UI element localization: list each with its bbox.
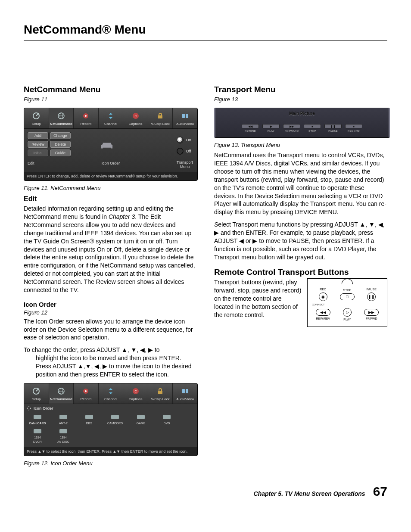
remote-rec: REC ◉ [311, 287, 335, 301]
para-transport-2: Select Transport menu functions by press… [214, 221, 387, 261]
device-dvd: DVD [157, 414, 177, 425]
para-transport-1: NetCommand uses the Transport menu to co… [214, 151, 387, 216]
label-ff: FF/FWD [366, 317, 377, 320]
rew-icon: ◀◀ [316, 309, 330, 316]
device-label: DBS [79, 421, 99, 425]
para-icon-order-steps: To change the order, press ADJUST ▲, ▼, … [24, 346, 197, 379]
device-icon [28, 428, 47, 435]
tab-audiovideo: AudioVideo [173, 108, 197, 128]
device-icon [28, 414, 47, 420]
tab-v-chip-lock: V-Chip Lock [148, 383, 173, 404]
svg-rect-23 [186, 389, 188, 393]
globe-icon [50, 111, 73, 121]
label-pause: PAUSE [367, 287, 377, 291]
footer-chapter: Chapter 5. TV Menu Screen Operations [254, 490, 365, 498]
svg-rect-9 [158, 115, 162, 118]
heading-transport-menu: Transport Menu [214, 84, 387, 95]
device-1394-av-disc: 1394 AV DISC [53, 428, 73, 444]
figure11-tip: Press ENTER to change, add, delete or re… [24, 172, 197, 180]
svg-rect-29 [163, 415, 171, 419]
arrows-icon [27, 406, 31, 411]
pause-icon: ❚❚ [367, 292, 376, 301]
two-column-layout: NetCommand Menu Figure 11 SetupNetComman… [24, 84, 387, 470]
record-icon [75, 111, 97, 121]
remote-top-notch [311, 281, 383, 286]
tab-netcommand: NetCommand [49, 383, 74, 404]
cc-icon: C [124, 111, 147, 121]
device-label: CAMCORD [105, 421, 125, 425]
svg-rect-11 [186, 114, 188, 118]
left-column: NetCommand Menu Figure 11 SetupNetComman… [24, 84, 197, 470]
cc-icon: C [124, 386, 147, 396]
tab-label: NetCommand [50, 397, 73, 402]
transport-pause: ❚❚PAUSE [324, 124, 342, 133]
tab-label: Captions [124, 397, 147, 402]
radio-on-icon [177, 137, 184, 143]
figure11-ref: Figure 11 [24, 96, 197, 103]
remote-stop: STOP □ [335, 288, 359, 300]
tab-record: Record [74, 383, 99, 404]
tab-setup: Setup [24, 108, 49, 128]
tab-audiovideo: AudioVideo [173, 383, 197, 404]
figure11-btn-add: Add [28, 132, 48, 139]
footer-page-number: 67 [373, 483, 387, 501]
figure11-menubox: SetupNetCommandRecordChannelCCaptionsV-C… [24, 108, 198, 181]
device-icon [53, 414, 73, 420]
device-camcord: CAMCORD [105, 414, 125, 425]
title-rule [24, 40, 387, 41]
transport-symbol: ● [345, 124, 362, 128]
device-icon [157, 414, 177, 420]
av-icon [174, 111, 196, 121]
stop-icon: □ [340, 293, 355, 300]
label-icon-order: Icon Order [102, 161, 120, 166]
tab-record: Record [74, 108, 99, 128]
figure12-tip: Press ▲▼ to select the icon, then ENTER.… [24, 447, 197, 456]
tab-label: Setup [25, 122, 48, 127]
dish-icon [25, 111, 48, 121]
para-edit: Detailed information regarding setting u… [24, 205, 197, 294]
transport-rewind: ◀◀REWIND [242, 124, 259, 133]
svg-rect-27 [111, 415, 119, 419]
tab-captions: CCaptions [123, 383, 148, 404]
device-label: 1394 DVCR [28, 436, 47, 444]
steps-lead: To change the order, press ADJUST ▲, ▼, … [24, 346, 160, 353]
device-label: GAME [131, 421, 151, 425]
label-connect: CONNECT [312, 303, 383, 306]
figure11-button-col2: ChangeDeleteGuide [50, 132, 71, 158]
heading-netcommand-menu: NetCommand Menu [24, 84, 197, 95]
transport-label: FORWARD [283, 129, 300, 133]
label-off: Off [186, 149, 191, 154]
device-1394-dvcr: 1394 DVCR [28, 428, 47, 444]
tab-label: V-Chip Lock [149, 397, 172, 402]
transport-label: RECORD [345, 129, 362, 133]
device-icon [131, 414, 151, 420]
figure12-menubox: SetupNetCommandRecordChannelCCaptionsV-C… [24, 383, 198, 456]
couch-icon [100, 141, 113, 149]
transport-symbol: ▶ [262, 124, 280, 128]
transport-label: PAUSE [324, 129, 342, 133]
transport-label: PLAY [262, 129, 280, 133]
figure12-tabs: SetupNetCommandRecordChannelCCaptionsV-C… [24, 383, 197, 404]
figure11-tabs: SetupNetCommandRecordChannelCCaptionsV-C… [24, 108, 197, 129]
page-title: NetCommand® Menu [24, 22, 387, 38]
tab-captions: CCaptions [123, 108, 148, 128]
figure11-button-col1: AddReviewInitial [28, 132, 48, 158]
tab-v-chip-lock: V-Chip Lock [148, 108, 173, 128]
transport-play: ▶PLAY [262, 124, 280, 133]
heading-remote-buttons: Remote Control Transport Buttons [214, 267, 387, 278]
transport-symbol: ■ [304, 124, 321, 128]
radio-off-icon [177, 148, 184, 155]
figure12-device-grid: CableCARDANT-2DBSCAMCORDGAMEDVD1394 DVCR… [24, 412, 197, 447]
svg-point-6 [85, 115, 87, 117]
figure13-button-row: ◀◀REWIND▶PLAY▶▶FORWARD■STOP❚❚PAUSE●RECOR… [215, 124, 389, 133]
remote-rew: ◀◀ REW/REV [311, 309, 335, 320]
tab-setup: Setup [24, 383, 49, 404]
figure12-subheader: Icon Order [24, 404, 197, 412]
device-game: GAME [131, 414, 151, 425]
label-on: On [186, 137, 191, 143]
tab-label: V-Chip Lock [149, 122, 172, 127]
figure11-caption: Figure 11. NetCommand Menu [24, 184, 197, 192]
device-label: DVD [157, 421, 177, 425]
figure13-transportbox: Main Picture ◀◀REWIND▶PLAY▶▶FORWARD■STOP… [214, 108, 390, 138]
lock-icon [149, 111, 172, 121]
